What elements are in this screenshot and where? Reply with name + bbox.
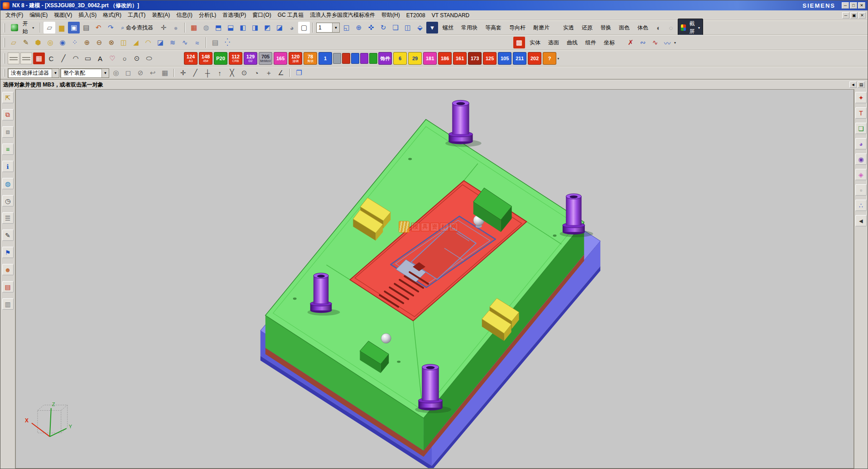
toolbar-grip[interactable] (4, 23, 5, 33)
standard-badge-shijian[interactable]: 饰件 (378, 52, 392, 65)
menu-item[interactable]: 格式(R) (100, 10, 125, 20)
standard-badge-173[interactable]: 173 (468, 52, 482, 65)
window-cascade-icon[interactable]: ❏ (390, 22, 401, 34)
arc-icon[interactable]: ◠ (70, 53, 82, 64)
standard-badge-6[interactable]: 6 (393, 52, 407, 65)
standard-badge-125[interactable]: 125 (483, 52, 497, 65)
history-icon[interactable]: ◷ (2, 195, 14, 206)
scale-input[interactable] (317, 23, 332, 32)
studio-spline-icon[interactable]: ♡ (106, 53, 118, 64)
previous-selection-icon[interactable]: ↩ (147, 67, 159, 79)
line-icon[interactable]: ╱ (58, 53, 69, 64)
snap-end-icon[interactable]: ╱ (189, 67, 201, 79)
new-file-icon[interactable]: ▱ (43, 22, 55, 34)
wave-link-icon[interactable]: ∾ (637, 37, 649, 48)
display-text-button[interactable]: 还原 (578, 22, 596, 34)
standard-badge-211[interactable]: 211 (513, 52, 526, 65)
pink-tool-icon[interactable]: ◈ (855, 169, 867, 180)
mini-tool-icon[interactable] (333, 53, 341, 64)
face-filter-icon[interactable]: ▦ (159, 67, 171, 79)
hole-icon[interactable]: ◉ (57, 37, 68, 48)
standard-badge-148[interactable]: 14845# (199, 52, 212, 65)
menu-item[interactable]: 信息(I) (173, 10, 195, 20)
command-finder-button[interactable]: ⌕ 命令查找器 (117, 22, 157, 34)
selection-mode-icon[interactable]: ✛ (158, 22, 169, 34)
shaded-ball-icon[interactable]: ● (170, 22, 182, 34)
standard-part-text-button[interactable]: 螺丝 (439, 22, 457, 34)
through-curves-icon[interactable]: ≈ (191, 37, 203, 48)
select-all-icon[interactable]: ◻ (122, 67, 134, 79)
plot-icon[interactable]: ▤ (80, 22, 92, 34)
standard-badge-181[interactable]: 181 (423, 52, 437, 65)
intersect-icon[interactable]: ⊗ (106, 37, 117, 48)
snap-scope-icon[interactable]: ◎ (110, 67, 122, 79)
datum-plane-icon[interactable]: ▱ (8, 37, 19, 48)
mdi-close-button[interactable]: ✕ (858, 12, 866, 19)
minimize-button[interactable]: ─ (842, 2, 849, 9)
menu-item[interactable]: VT STANDARD (429, 11, 473, 19)
pan-icon[interactable]: ✜ (365, 22, 377, 34)
standard-badge-p20[interactable]: P20 (214, 52, 227, 65)
standard-badge-120[interactable]: 120油钢 (289, 52, 302, 65)
shaded-sphere-tool-icon[interactable]: ◕ (855, 138, 867, 149)
gray-tool-icon[interactable]: ▫ (855, 184, 867, 196)
viewport-canvas[interactable]: X Y Z 模具资料网 (15, 89, 854, 469)
internet-explorer-icon[interactable]: ◍ (2, 178, 14, 189)
manager-icon[interactable]: ⚑ (2, 247, 14, 258)
subtract-icon[interactable]: ⊖ (93, 37, 105, 48)
pattern-geometry-icon[interactable]: ⁛ (222, 37, 233, 48)
snap-arc-center-icon[interactable]: ⊙ (238, 67, 250, 79)
part-navigator-icon[interactable]: ≡ (2, 144, 14, 155)
constraint-navigator-icon[interactable]: ⧈ (2, 126, 14, 138)
display-text-button[interactable]: 体色 (634, 22, 652, 34)
mini-tool-icon[interactable] (360, 53, 368, 64)
circle-icon[interactable]: ○ (119, 53, 130, 64)
blue-spheres-tool-icon[interactable]: ∴ (855, 200, 867, 211)
zoom-in-icon[interactable]: ⊕ (353, 22, 365, 34)
trim-body-icon[interactable]: ◪ (154, 37, 166, 48)
standard-badge-1[interactable]: 1 (318, 52, 332, 65)
save-icon[interactable]: ▣ (68, 22, 80, 34)
prompt-collapse-button[interactable]: ◄ (849, 81, 857, 88)
wireframe-toggle-icon[interactable]: ◌ (665, 22, 677, 34)
mold-text-button[interactable]: 曲线 (563, 37, 581, 48)
point-icon[interactable]: ⊙ (131, 53, 143, 64)
scenario-icon[interactable]: ▤ (2, 281, 14, 292)
studio-curve-icon[interactable]: ∿ (649, 37, 661, 48)
scale-dropdown-button[interactable]: ▼ (332, 23, 339, 32)
standard-badge-105[interactable]: 105 (498, 52, 511, 65)
mold-csys-icon[interactable] (20, 53, 32, 64)
text-tool-icon[interactable]: T (855, 107, 867, 119)
standard-badge-186[interactable]: 186 (438, 52, 452, 65)
solid-red-icon[interactable]: ▩ (513, 37, 525, 48)
assembly-navigator-icon[interactable]: ⧉ (2, 109, 14, 120)
mini-tool-icon[interactable] (342, 53, 350, 64)
menu-item[interactable]: 工具(T) (125, 10, 149, 20)
mold-text-button[interactable]: 组件 (582, 37, 600, 48)
display-mode-icon[interactable]: ▢ (298, 22, 310, 34)
roadmap-icon[interactable]: ⇱ (2, 92, 14, 103)
snap-quadrant-icon[interactable]: ◔ (251, 67, 262, 79)
undo-icon[interactable]: ↶ (92, 22, 104, 34)
selection-filter-select[interactable]: 没有选择过滤器 ▼ (8, 68, 59, 78)
section-curve-icon[interactable]: 〰 (661, 37, 673, 48)
shell-icon[interactable]: ◫ (118, 37, 130, 48)
background-color-icon[interactable]: ▾ (426, 22, 438, 34)
toolbar-grip[interactable] (4, 53, 5, 64)
display-text-button[interactable]: 面色 (615, 22, 633, 34)
workpiece-icon[interactable]: ▦ (33, 53, 45, 64)
rotate-view-icon[interactable]: ↻ (377, 22, 389, 34)
mdi-restore-button[interactable]: ▣ (850, 12, 858, 19)
snap-control-icon[interactable]: ↑ (214, 67, 226, 79)
system-materials-icon[interactable]: ☰ (2, 212, 14, 224)
info-icon[interactable]: ℹ (2, 161, 14, 172)
layout-icon[interactable]: ◫ (402, 22, 414, 34)
start-button[interactable]: 开始▾ (8, 19, 37, 37)
selection-scope-select[interactable]: 整个装配 ▼ (60, 68, 109, 78)
cavity-layout-icon[interactable]: C (45, 53, 57, 64)
mini-tool-icon[interactable] (351, 53, 359, 64)
standard-badge-112[interactable]: 112CRB (229, 52, 242, 65)
roles-icon[interactable]: ☻ (2, 264, 14, 275)
display-text-button[interactable]: 替换 (597, 22, 615, 34)
standard-part-text-button[interactable]: 常用块 (458, 22, 481, 34)
